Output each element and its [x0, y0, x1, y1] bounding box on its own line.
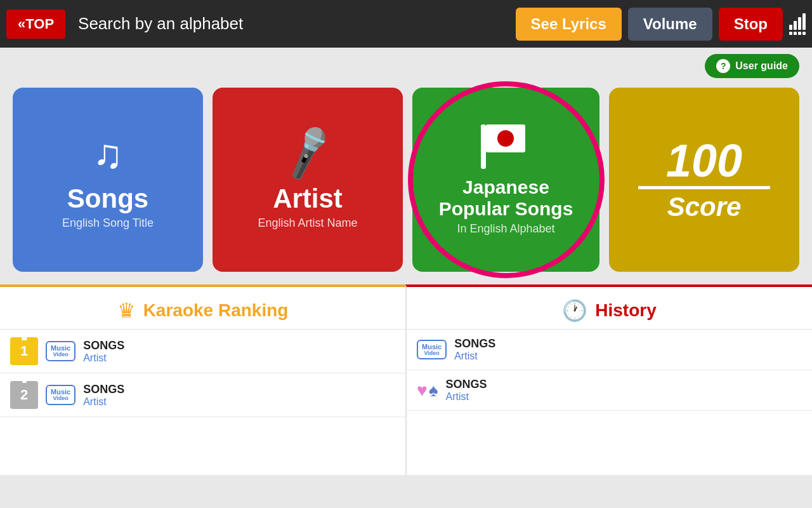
songs-card-subtitle: English Song Title [62, 217, 154, 230]
japan-flag-icon [481, 124, 532, 169]
history-item-1[interactable]: Music Video SONGS Artist [407, 330, 812, 370]
rank-badge-2: ♛ 2 [10, 381, 38, 409]
see-lyrics-button[interactable]: See Lyrics [516, 8, 622, 41]
history-song-name-1: SONGS [454, 337, 495, 351]
music-note-icon: ♫ [93, 130, 123, 177]
signal-icon [789, 13, 806, 35]
song-name-1: SONGS [83, 339, 124, 352]
history-item-2[interactable]: ♥ ♠ SONGS Artist [407, 370, 812, 411]
japanese-card[interactable]: JapanesePopular Songs In English Alphabe… [412, 88, 599, 272]
history-mv-badge-1: Music Video [417, 340, 447, 360]
songs-card[interactable]: ♫ Songs English Song Title [13, 88, 203, 272]
ranking-item-2[interactable]: ♛ 2 Music Video SONGS Artist [0, 373, 405, 417]
song-artist-2: Artist [83, 396, 124, 408]
clock-icon: 🕐 [562, 298, 587, 323]
artist-card-title: Artist [273, 184, 343, 214]
score-card[interactable]: 100 Score [609, 88, 799, 272]
songs-card-title: Songs [67, 184, 148, 214]
artist-card[interactable]: 🎤 Artist English Artist Name [213, 88, 403, 272]
score-underline [638, 186, 770, 189]
heart-spade-icon: ♥ ♠ [417, 380, 438, 401]
volume-button[interactable]: Volume [628, 8, 712, 41]
ranking-title: Karaoke Ranking [143, 300, 289, 321]
japanese-card-subtitle: In English Alphabet [457, 222, 554, 236]
history-song-name-2: SONGS [446, 378, 487, 391]
song-name-2: SONGS [83, 383, 124, 396]
mv-badge-2: Music Video [46, 385, 75, 405]
user-guide-row: ? User guide [0, 48, 812, 81]
spade-icon: ♠ [429, 380, 438, 401]
cards-row: ♫ Songs English Song Title 🎤 Artist Engl… [0, 81, 812, 284]
user-guide-label: User guide [735, 60, 788, 72]
header: «TOP Search by an alphabet See Lyrics Vo… [0, 0, 812, 48]
question-icon: ? [716, 59, 730, 73]
bottom-section: ♛ Karaoke Ranking ♛ 1 Music Video SONGS … [0, 284, 812, 475]
microphone-icon: 🎤 [276, 123, 340, 185]
rank-crown-icon-2: ♛ [20, 375, 29, 385]
history-header: 🕐 History [407, 287, 812, 330]
score-number: 100 [666, 138, 742, 184]
top-button[interactable]: «TOP [6, 10, 65, 39]
header-title: Search by an alphabet [72, 14, 509, 34]
stop-button[interactable]: Stop [719, 8, 783, 41]
history-song-artist-1: Artist [454, 351, 495, 362]
ranking-item-1[interactable]: ♛ 1 Music Video SONGS Artist [0, 330, 405, 373]
rank-badge-1: ♛ 1 [10, 337, 38, 365]
rank-crown-icon: ♛ [19, 330, 29, 344]
heart-icon: ♥ [417, 380, 428, 401]
song-info-1: SONGS Artist [83, 339, 124, 364]
mv-badge-1: Music Video [46, 341, 75, 361]
history-title: History [595, 300, 656, 321]
ranking-header: ♛ Karaoke Ranking [0, 287, 405, 330]
ranking-section: ♛ Karaoke Ranking ♛ 1 Music Video SONGS … [0, 284, 405, 475]
history-song-info-1: SONGS Artist [454, 337, 495, 362]
song-artist-1: Artist [83, 352, 124, 364]
history-section: 🕐 History Music Video SONGS Artist ♥ ♠ S… [405, 284, 812, 475]
japanese-card-title: JapanesePopular Songs [439, 177, 573, 220]
history-song-artist-2: Artist [446, 391, 487, 403]
user-guide-button[interactable]: ? User guide [705, 54, 799, 78]
song-info-2: SONGS Artist [83, 383, 124, 408]
score-card-title: Score [667, 192, 742, 222]
history-song-info-2: SONGS Artist [446, 378, 487, 403]
artist-card-subtitle: English Artist Name [258, 217, 357, 230]
crown-icon: ♛ [117, 298, 136, 323]
japanese-card-wrapper: JapanesePopular Songs In English Alphabe… [412, 88, 599, 272]
